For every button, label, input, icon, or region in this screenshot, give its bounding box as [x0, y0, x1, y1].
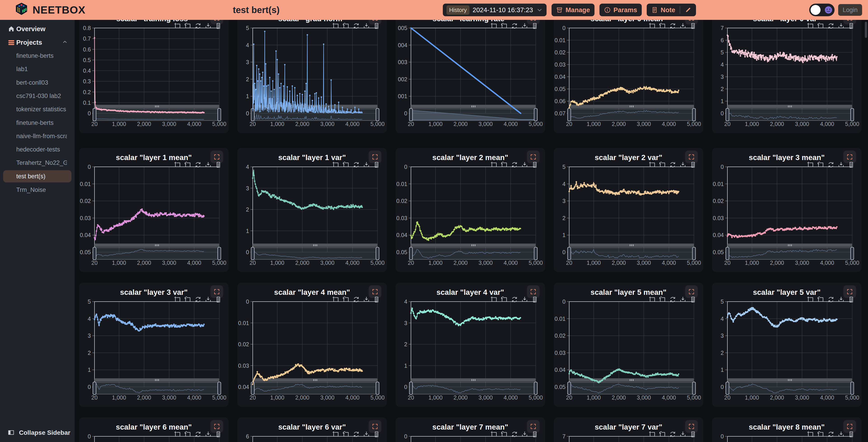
sidebar-project-5[interactable]: tokenizer statistics llama...	[0, 103, 74, 115]
sidebar: OverviewProjectsfinetune-bertslab1bert-c…	[0, 20, 74, 442]
theme-toggle[interactable]	[809, 4, 835, 16]
sidebar-project-7[interactable]: naive-llm-from-scratch	[0, 130, 74, 142]
svg-text:0.01: 0.01	[238, 320, 249, 326]
svg-text:0: 0	[88, 384, 91, 390]
datazoom-handle[interactable]	[376, 247, 379, 260]
sidebar-project-3[interactable]: bert-conll03	[0, 76, 74, 89]
datazoom-handle[interactable]	[692, 247, 695, 260]
datazoom-window[interactable]	[567, 109, 695, 121]
svg-text:0.7: 0.7	[83, 35, 91, 42]
sidebar-item-label: tokenizer statistics llama...	[16, 106, 67, 113]
datazoom-window[interactable]	[567, 248, 695, 259]
svg-text:2,000: 2,000	[454, 121, 468, 127]
datazoom-window[interactable]	[726, 248, 854, 259]
svg-text:0: 0	[562, 299, 565, 305]
datazoom-handle[interactable]	[726, 382, 729, 395]
datazoom-handle[interactable]	[534, 247, 537, 260]
chart-card: scalar "layer 0 var"76543210201,0002,000…	[712, 9, 862, 133]
brand[interactable]: NEETBOX	[14, 2, 86, 17]
datazoom-handle[interactable]	[409, 108, 412, 121]
svg-text:3,000: 3,000	[637, 121, 651, 127]
datazoom-handle[interactable]	[376, 108, 379, 121]
sidebar-project-1[interactable]: finetune-berts	[0, 50, 74, 62]
sidebar-project-9[interactable]: Terahertz_No22_Gl261_gl...	[0, 157, 74, 169]
datazoom-handle[interactable]	[850, 108, 854, 121]
chart-card: scalar "layer 1 var"43210201,0002,0003,0…	[237, 148, 387, 272]
svg-text:0.02: 0.02	[713, 198, 724, 204]
svg-text:0.03: 0.03	[555, 350, 565, 356]
svg-text:2: 2	[404, 341, 407, 347]
datazoom-handle[interactable]	[850, 247, 854, 260]
datazoom-window[interactable]	[409, 248, 537, 259]
svg-text:0.03: 0.03	[713, 215, 724, 221]
datazoom-window[interactable]	[93, 382, 221, 394]
datazoom-handle[interactable]	[567, 108, 571, 121]
datazoom-handle[interactable]	[692, 108, 695, 121]
sidebar-project-6[interactable]: finetune-berts	[0, 117, 74, 129]
datazoom-handle[interactable]	[567, 247, 571, 260]
datazoom-handle[interactable]	[376, 382, 379, 395]
svg-text:5: 5	[88, 299, 91, 305]
svg-text:0: 0	[246, 249, 249, 255]
svg-text:4,000: 4,000	[504, 121, 518, 127]
sidebar-item-overview[interactable]: Overview	[0, 23, 74, 35]
sidebar-item-projects[interactable]: Projects	[0, 36, 74, 48]
datazoom-handle[interactable]	[93, 108, 96, 121]
svg-text:2: 2	[721, 86, 724, 92]
datazoom-handle[interactable]	[726, 247, 729, 260]
datazoom-handle[interactable]	[218, 382, 221, 395]
chart-card: scalar "layer 3 mean"00.010.020.030.040.…	[712, 148, 862, 272]
svg-text:5,000: 5,000	[529, 121, 543, 127]
page-scrollbar-thumb[interactable]	[865, 22, 867, 38]
datazoom-window[interactable]	[726, 109, 854, 121]
series-line	[253, 31, 362, 113]
datazoom-handle[interactable]	[850, 382, 854, 395]
manage-button[interactable]: Manage	[552, 4, 594, 16]
svg-text:6: 6	[246, 433, 249, 440]
datazoom-handle[interactable]	[692, 382, 695, 395]
history-select[interactable]: History 2024-11-10 16:37:23	[443, 4, 547, 16]
svg-text:0: 0	[404, 110, 407, 116]
series-line	[94, 38, 204, 113]
svg-text:3,000: 3,000	[162, 260, 176, 266]
sidebar-project-8[interactable]: hedecoder-tests	[0, 143, 74, 156]
datazoom-handle[interactable]	[218, 108, 221, 121]
datazoom-handle[interactable]	[534, 108, 537, 121]
login-button[interactable]: Login	[838, 4, 862, 16]
datazoom-handle[interactable]	[726, 108, 729, 121]
svg-text:3,000: 3,000	[637, 260, 651, 266]
datazoom-window[interactable]	[251, 382, 379, 394]
sidebar-project-4[interactable]: csc791-030 lab2	[0, 90, 74, 102]
svg-text:0.04: 0.04	[238, 384, 249, 390]
svg-text:004: 004	[398, 42, 407, 48]
plot-canvas: 76543210201,0002,0003,0004,0005,000	[712, 9, 862, 133]
chart-card: scalar "layer 5 mean"00.010.020.030.040.…	[554, 283, 703, 407]
svg-text:20: 20	[724, 121, 731, 127]
archive-box-icon	[556, 6, 563, 13]
datazoom-handle[interactable]	[218, 247, 221, 260]
collapse-sidebar-button[interactable]: Collapse Sidebar	[0, 427, 74, 439]
datazoom-window[interactable]	[93, 248, 221, 259]
manage-label: Manage	[565, 6, 590, 14]
svg-text:2,000: 2,000	[454, 395, 468, 401]
datazoom-handle[interactable]	[93, 382, 96, 395]
datazoom-window[interactable]	[409, 382, 537, 394]
svg-text:5,000: 5,000	[845, 121, 860, 127]
datazoom-handle[interactable]	[251, 247, 254, 260]
datazoom-window[interactable]	[726, 382, 854, 394]
datazoom-handle[interactable]	[93, 247, 96, 260]
svg-text:0: 0	[246, 110, 249, 116]
svg-text:0.02: 0.02	[396, 198, 407, 204]
note-button[interactable]: Note	[647, 4, 680, 16]
datazoom-handle[interactable]	[409, 382, 412, 395]
datazoom-handle[interactable]	[534, 382, 537, 395]
svg-text:4,000: 4,000	[345, 260, 360, 266]
sidebar-project-10[interactable]: test bert(s)	[0, 170, 74, 182]
svg-text:0.03: 0.03	[396, 215, 407, 221]
sidebar-project-2[interactable]: lab1	[0, 63, 74, 75]
sidebar-project-11[interactable]: Trm_Noise	[0, 184, 74, 196]
datazoom-handle[interactable]	[567, 382, 571, 395]
params-button[interactable]: Params	[599, 4, 642, 16]
edit-button[interactable]	[680, 4, 696, 16]
datazoom-handle[interactable]	[409, 247, 412, 260]
